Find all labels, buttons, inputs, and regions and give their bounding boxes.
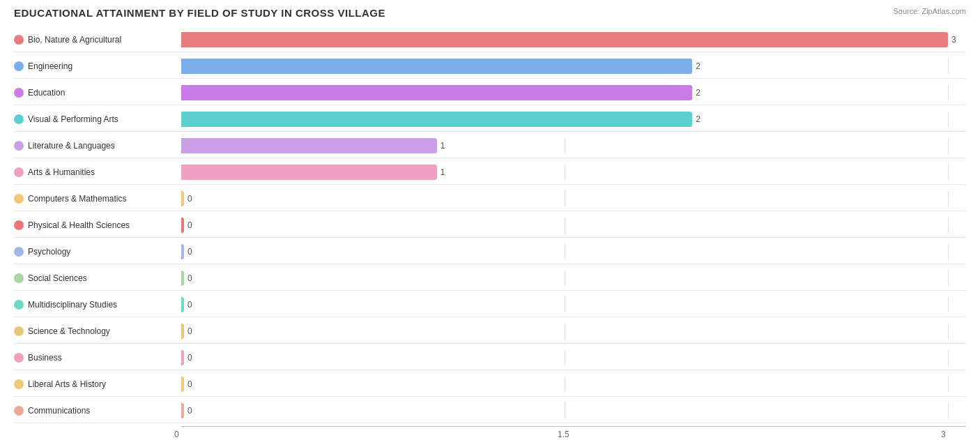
label-dot-icon bbox=[14, 247, 24, 257]
bar-label: Multidisciplinary Studies bbox=[14, 300, 181, 310]
grid-line bbox=[948, 297, 949, 312]
bar-container: 0 bbox=[181, 271, 966, 286]
bar-container: 2 bbox=[181, 59, 966, 74]
grid-line bbox=[948, 403, 949, 418]
grid-line bbox=[948, 271, 949, 286]
bar-label-text: Psychology bbox=[28, 247, 70, 257]
bar-container: 1 bbox=[181, 138, 966, 153]
bar-label-text: Multidisciplinary Studies bbox=[28, 300, 117, 310]
label-dot-icon bbox=[14, 194, 24, 204]
bar bbox=[181, 59, 692, 74]
bar bbox=[181, 112, 692, 127]
chart-wrapper: EDUCATIONAL ATTAINMENT BY FIELD OF STUDY… bbox=[14, 7, 966, 430]
x-axis-label: 3 bbox=[941, 430, 946, 439]
bar-label-text: Communications bbox=[28, 406, 90, 416]
bar-label-text: Arts & Humanities bbox=[28, 167, 95, 177]
grid-line bbox=[948, 350, 949, 365]
grid-line bbox=[565, 244, 565, 259]
grid-line bbox=[948, 244, 949, 259]
bar-row: Multidisciplinary Studies0 bbox=[14, 292, 966, 317]
grid-line bbox=[565, 165, 565, 180]
bar-label-text: Education bbox=[28, 88, 65, 98]
bar-container: 0 bbox=[181, 377, 966, 392]
label-dot-icon bbox=[14, 353, 24, 363]
bar-container: 2 bbox=[181, 85, 966, 100]
grid-line bbox=[948, 377, 949, 392]
grid-line bbox=[948, 324, 949, 339]
bar-value-label: 2 bbox=[696, 114, 700, 124]
label-dot-icon bbox=[14, 379, 24, 389]
bar-container: 0 bbox=[181, 350, 966, 365]
bar-label-text: Physical & Health Sciences bbox=[28, 220, 130, 230]
bar-container: 2 bbox=[181, 112, 966, 127]
bar-value-label: 0 bbox=[187, 326, 192, 336]
bar-value-label: 3 bbox=[951, 35, 956, 45]
bar-label: Science & Technology bbox=[14, 326, 181, 336]
bar-value-label: 0 bbox=[187, 247, 192, 257]
bar bbox=[181, 191, 184, 206]
bar-label: Engineering bbox=[14, 61, 181, 71]
label-dot-icon bbox=[14, 220, 24, 230]
x-axis-label: 1.5 bbox=[558, 430, 569, 439]
bar-label: Social Sciences bbox=[14, 273, 181, 283]
bar-label: Arts & Humanities bbox=[14, 167, 181, 177]
bar-container: 0 bbox=[181, 244, 966, 259]
bar-row: Education2 bbox=[14, 80, 966, 105]
bar-container: 0 bbox=[181, 324, 966, 339]
bar-container: 0 bbox=[181, 191, 966, 206]
bar-label-text: Computers & Mathematics bbox=[28, 194, 126, 204]
bar-label-text: Literature & Languages bbox=[28, 141, 115, 151]
bar-container: 0 bbox=[181, 218, 966, 233]
bar-label: Bio, Nature & Agricultural bbox=[14, 35, 181, 45]
grid-line bbox=[948, 191, 949, 206]
label-dot-icon bbox=[14, 114, 24, 124]
x-axis-label: 0 bbox=[174, 430, 179, 439]
bar-row: Science & Technology0 bbox=[14, 319, 966, 344]
bar bbox=[181, 244, 184, 259]
bar bbox=[181, 271, 184, 286]
grid-line bbox=[565, 271, 565, 286]
bar-value-label: 0 bbox=[187, 220, 192, 230]
bar-row: Literature & Languages1 bbox=[14, 133, 966, 158]
bar-value-label: 0 bbox=[187, 194, 192, 204]
bar-value-label: 2 bbox=[696, 61, 700, 71]
label-dot-icon bbox=[14, 88, 24, 98]
grid-line bbox=[948, 112, 949, 127]
bar bbox=[181, 403, 184, 418]
bar-label: Education bbox=[14, 88, 181, 98]
bar-label: Psychology bbox=[14, 247, 181, 257]
bar-value-label: 1 bbox=[441, 167, 445, 177]
bar-value-label: 2 bbox=[696, 88, 700, 98]
bar-value-label: 0 bbox=[187, 406, 192, 416]
grid-line bbox=[948, 59, 949, 74]
label-dot-icon bbox=[14, 167, 24, 177]
bar-label: Literature & Languages bbox=[14, 141, 181, 151]
bar-value-label: 0 bbox=[187, 300, 192, 310]
grid-line bbox=[948, 85, 949, 100]
bar-label-text: Liberal Arts & History bbox=[28, 379, 106, 389]
label-dot-icon bbox=[14, 61, 24, 71]
bar-label-text: Bio, Nature & Agricultural bbox=[28, 35, 121, 45]
grid-line bbox=[948, 32, 949, 47]
bar-label-text: Business bbox=[28, 353, 62, 363]
bar-row: Physical & Health Sciences0 bbox=[14, 213, 966, 238]
bar-value-label: 0 bbox=[187, 273, 192, 283]
grid-line bbox=[565, 324, 565, 339]
bar bbox=[181, 350, 184, 365]
bar-row: Computers & Mathematics0 bbox=[14, 186, 966, 211]
label-dot-icon bbox=[14, 35, 24, 45]
label-dot-icon bbox=[14, 326, 24, 336]
grid-line bbox=[948, 218, 949, 233]
bar-label-text: Science & Technology bbox=[28, 326, 110, 336]
bar-label: Computers & Mathematics bbox=[14, 194, 181, 204]
bar bbox=[181, 138, 437, 153]
bar-row: Engineering2 bbox=[14, 54, 966, 79]
grid-line bbox=[565, 350, 565, 365]
bar-row: Communications0 bbox=[14, 398, 966, 423]
bar-label: Liberal Arts & History bbox=[14, 379, 181, 389]
bar bbox=[181, 85, 692, 100]
grid-line bbox=[565, 403, 565, 418]
label-dot-icon bbox=[14, 406, 24, 416]
bar bbox=[181, 377, 184, 392]
grid-line bbox=[948, 165, 949, 180]
